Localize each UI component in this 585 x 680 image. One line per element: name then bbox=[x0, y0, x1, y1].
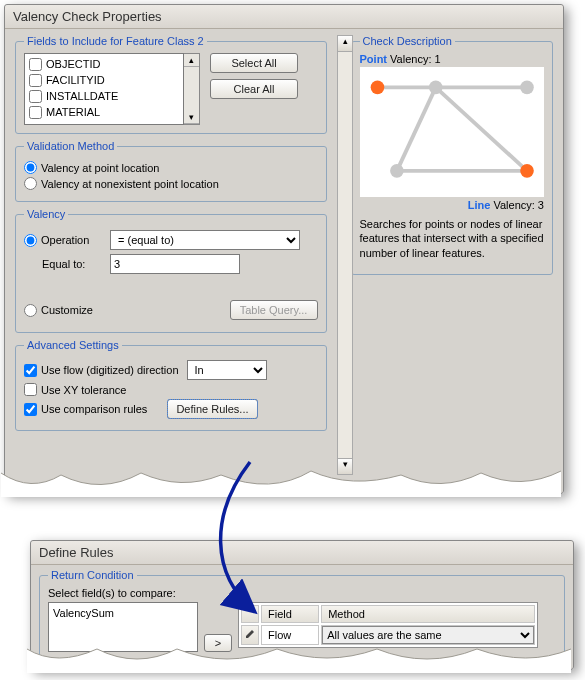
table-query-button: Table Query... bbox=[230, 300, 318, 320]
pencil-icon bbox=[245, 629, 255, 639]
line-label: Line bbox=[468, 199, 491, 211]
fields-include-group: Fields to Include for Feature Class 2 OB… bbox=[15, 35, 327, 134]
list-item[interactable]: MATERIAL bbox=[27, 104, 181, 120]
window-title: Valency Check Properties bbox=[5, 5, 563, 29]
table-row[interactable]: Flow All values are the same bbox=[241, 625, 535, 645]
valency-check-window: Valency Check Properties Fields to Inclu… bbox=[4, 4, 564, 494]
description-text: Searches for points or nodes of linear f… bbox=[360, 217, 544, 260]
valency-group: Valency Operation = (equal to) Equal to: bbox=[15, 208, 327, 333]
fields-listbox[interactable]: OBJECTID FACILITYID INSTALLDATE MATERIAL bbox=[24, 53, 184, 125]
equal-to-label: Equal to: bbox=[24, 258, 104, 270]
scroll-down-icon[interactable]: ▾ bbox=[184, 111, 199, 124]
return-condition-legend: Return Condition bbox=[48, 569, 137, 581]
svg-point-5 bbox=[428, 81, 442, 95]
radio-valency-point[interactable]: Valency at point location bbox=[24, 161, 318, 174]
svg-point-4 bbox=[370, 81, 384, 95]
list-item[interactable]: ValencySum bbox=[51, 605, 195, 621]
operation-label: Operation bbox=[41, 234, 89, 246]
radio-operation[interactable] bbox=[24, 234, 37, 247]
radio-point-label: Valency at point location bbox=[41, 162, 159, 174]
field-checkbox-material[interactable] bbox=[29, 106, 42, 119]
line-valency-value: Valency: 3 bbox=[493, 199, 544, 211]
customize-label: Customize bbox=[41, 304, 93, 316]
radio-nonexistent-label: Valency at nonexistent point location bbox=[41, 178, 219, 190]
clear-all-button[interactable]: Clear All bbox=[210, 79, 298, 99]
check-description-group: Check Description Point Valency: 1 bbox=[351, 35, 553, 275]
use-xy-label: Use XY tolerance bbox=[41, 384, 126, 396]
radio-valency-nonexistent[interactable]: Valency at nonexistent point location bbox=[24, 177, 318, 190]
svg-point-6 bbox=[520, 81, 534, 95]
field-checkbox-installdate[interactable] bbox=[29, 90, 42, 103]
list-item[interactable]: OBJECTID bbox=[27, 56, 181, 72]
row-edit-indicator[interactable] bbox=[241, 625, 259, 645]
select-all-button[interactable]: Select All bbox=[210, 53, 298, 73]
operation-select[interactable]: = (equal to) bbox=[110, 230, 300, 250]
equal-to-input[interactable] bbox=[110, 254, 240, 274]
select-fields-label: Select field(s) to compare: bbox=[48, 587, 556, 599]
method-select[interactable]: All values are the same bbox=[322, 626, 534, 644]
list-item[interactable]: FACILITYID bbox=[27, 72, 181, 88]
torn-edge-icon bbox=[27, 643, 571, 673]
advanced-legend: Advanced Settings bbox=[24, 339, 122, 351]
point-label: Point bbox=[360, 53, 388, 65]
svg-point-8 bbox=[520, 164, 534, 178]
svg-point-7 bbox=[390, 164, 404, 178]
validation-method-group: Validation Method Valency at point locat… bbox=[15, 140, 327, 202]
list-item[interactable]: INSTALLDATE bbox=[27, 88, 181, 104]
field-checkbox-objectid[interactable] bbox=[29, 58, 42, 71]
radio-point-input[interactable] bbox=[24, 161, 37, 174]
validation-method-legend: Validation Method bbox=[24, 140, 117, 152]
scroll-up-icon[interactable]: ▴ bbox=[184, 54, 199, 67]
flow-direction-select[interactable]: In bbox=[187, 360, 267, 380]
svg-line-1 bbox=[396, 87, 435, 171]
field-checkbox-facilityid[interactable] bbox=[29, 74, 42, 87]
checkbox-use-flow[interactable] bbox=[24, 364, 37, 377]
torn-edge-icon bbox=[1, 467, 561, 497]
col-method-header[interactable]: Method bbox=[321, 605, 535, 623]
radio-nonexistent-input[interactable] bbox=[24, 177, 37, 190]
field-label: FACILITYID bbox=[46, 74, 105, 86]
fields-include-legend: Fields to Include for Feature Class 2 bbox=[24, 35, 207, 47]
scroll-up-icon[interactable]: ▴ bbox=[338, 36, 352, 52]
svg-line-2 bbox=[435, 87, 526, 171]
listbox-scrollbar[interactable]: ▴ ▾ bbox=[184, 53, 200, 125]
advanced-settings-group: Advanced Settings Use flow (digitized) d… bbox=[15, 339, 327, 431]
use-comparison-label: Use comparison rules bbox=[41, 403, 147, 415]
cell-method[interactable]: All values are the same bbox=[321, 625, 535, 645]
valency-legend: Valency bbox=[24, 208, 68, 220]
use-flow-label: Use flow (digitized) direction bbox=[41, 364, 179, 376]
check-description-legend: Check Description bbox=[360, 35, 455, 47]
valency-diagram bbox=[360, 67, 544, 197]
radio-customize[interactable] bbox=[24, 304, 37, 317]
checkbox-use-comparison[interactable] bbox=[24, 403, 37, 416]
field-label: OBJECTID bbox=[46, 58, 100, 70]
panel-scrollbar[interactable]: ▴ ▾ bbox=[337, 35, 353, 475]
cell-field[interactable]: Flow bbox=[261, 625, 319, 645]
rules-grid[interactable]: Field Method Flow All values are the sam… bbox=[238, 602, 538, 648]
define-rules-window: Define Rules Return Condition Select fie… bbox=[30, 540, 574, 670]
point-valency-value: Valency: 1 bbox=[390, 53, 441, 65]
col-field-header[interactable]: Field bbox=[261, 605, 319, 623]
grid-corner bbox=[241, 605, 259, 623]
field-label: MATERIAL bbox=[46, 106, 100, 118]
checkbox-use-xy[interactable] bbox=[24, 383, 37, 396]
define-rules-button[interactable]: Define Rules... bbox=[167, 399, 257, 419]
available-field-label: ValencySum bbox=[53, 607, 114, 619]
define-rules-title: Define Rules bbox=[31, 541, 573, 565]
field-label: INSTALLDATE bbox=[46, 90, 118, 102]
